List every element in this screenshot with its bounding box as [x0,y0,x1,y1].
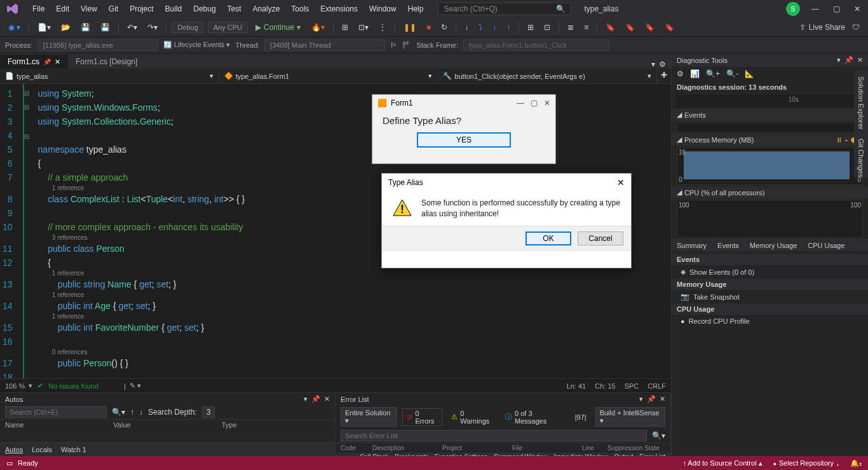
pin-icon[interactable]: 📌 [844,56,853,64]
bookmark-icon[interactable]: 🔖 [661,22,677,33]
yes-button[interactable]: YES [417,132,511,148]
col-file[interactable]: File [512,445,582,452]
minimize-icon[interactable]: — [809,4,822,13]
stop-button[interactable]: ■ [423,22,434,33]
menu-view[interactable]: View [75,2,103,16]
gear-icon[interactable]: ⚙ [659,60,666,69]
restart-button[interactable]: ↻ [438,22,451,33]
process-dropdown[interactable]: [11956] type_alias.exe [37,39,158,51]
col-value[interactable]: Value [113,421,221,429]
undo-button[interactable]: ↶▾ [124,22,140,33]
nav-class[interactable]: 🔶type_alias.Form1▾ [219,69,438,83]
health-icon[interactable]: ✔ [37,382,43,390]
tab-form1cs[interactable]: Form1.cs 📌 ✕ [0,55,68,69]
cancel-button[interactable]: Cancel [578,232,623,245]
menu-file[interactable]: File [27,2,50,16]
scope-dropdown[interactable]: Entire Solution ▾ [341,407,397,427]
form1-titlebar[interactable]: 🟧 Form1 — ▢ ✕ [372,95,555,111]
cpu-chart[interactable]: 100 100 [677,200,863,238]
search-icon[interactable]: 🔍▾ [112,408,125,417]
tool-icon[interactable]: ⊡▾ [355,22,372,33]
tab-watch1[interactable]: Watch 1 [61,446,86,453]
close-icon[interactable]: ✕ [660,395,665,403]
save-button[interactable]: 💾 [78,22,93,33]
nav-namespace[interactable]: 📄type_alias▾ [0,69,219,83]
search-icon[interactable]: 🔍▾ [652,431,665,440]
fold-column[interactable]: ⊟ ⊟ ⊟ [23,84,33,378]
add-source-control[interactable]: ↑ Add to Source Control ▴ [682,459,762,467]
step-out-icon[interactable]: ↑ [503,22,513,33]
diag-tab-events[interactable]: Events [712,240,745,251]
zoom-in-icon[interactable]: 🔍+ [706,69,720,78]
select-repo[interactable]: ⬥ Select Repository ▴ [773,459,840,467]
tab-form1-design[interactable]: Form1.cs [Design] [68,55,145,69]
global-search[interactable]: Search (Ctrl+Q) 🔍 [438,3,571,15]
flag-icon[interactable]: 🏴 [402,41,411,49]
menu-edit[interactable]: Edit [50,2,75,16]
diag-tab-summary[interactable]: Summary [672,240,712,251]
saveall-button[interactable]: 💾 [97,22,113,33]
close-icon[interactable]: ✕ [55,58,60,66]
chevron-down-icon[interactable]: ▾ [651,60,655,69]
code-filter[interactable]: |97| [571,413,590,422]
select-tools-icon[interactable]: 📊 [690,69,700,78]
stackframe-dropdown[interactable]: type_alias.Form1.button1_Click [463,39,609,51]
tool-icon[interactable]: ⋮ [376,22,390,33]
nav-method[interactable]: 🔧button1_Click(object sender, EventArgs … [438,69,657,83]
close-icon[interactable]: ✕ [617,177,625,188]
col-supp[interactable]: Suppression State [607,445,660,452]
tab-autos[interactable]: Autos [5,446,23,453]
nav-down-icon[interactable]: ↓ [139,408,143,417]
back-button[interactable]: ◉ ▾ [5,22,24,33]
errors-filter[interactable]: ⊘0 Errors [402,408,442,426]
maximize-icon[interactable]: ▢ [531,99,538,107]
show-events-link[interactable]: ◈Show Events (0 of 0) [672,265,868,279]
split-icon[interactable]: ✚ [657,69,671,83]
avatar[interactable]: S [786,2,800,16]
tool-icon[interactable]: ⊞ [524,22,537,33]
reset-icon[interactable]: 📐 [745,69,754,78]
bookmark-icon[interactable]: 🔖 [642,22,658,33]
menu-window[interactable]: Window [363,2,402,16]
hot-reload-icon[interactable]: 🔥▾ [308,22,328,33]
menu-test[interactable]: Test [222,2,247,16]
chevron-down-icon[interactable]: ▾ [639,395,643,403]
col-line[interactable]: Line [582,445,607,452]
errorlist-search[interactable] [341,430,647,441]
maximize-icon[interactable]: ▢ [831,4,843,13]
cpu-header[interactable]: ◢ CPU (% of all processors) [672,186,868,198]
menu-analyze[interactable]: Analyze [247,2,286,16]
col-project[interactable]: Project [442,445,512,452]
col-code[interactable]: Code [341,445,372,452]
build-filter-dropdown[interactable]: Build + IntelliSense ▾ [595,407,665,427]
close-icon[interactable]: ✕ [851,4,863,13]
new-button[interactable]: 📄▾ [34,22,54,33]
liveshare-button[interactable]: ⇪ Live Share [799,23,845,32]
record-cpu-link[interactable]: ●Record CPU Profile [672,315,868,328]
minimize-icon[interactable]: — [517,99,524,107]
tool-icon[interactable]: ⊞ [339,22,351,33]
memory-chart[interactable]: 16 0 16 0 [677,147,863,185]
menu-git[interactable]: Git [103,2,124,16]
zoom-icon[interactable]: ▾ [29,382,32,390]
nav-up-icon[interactable]: ↑ [130,408,134,417]
col-name[interactable]: Name [5,421,113,429]
platform-dropdown[interactable]: Any CPU [208,22,248,33]
redo-button[interactable]: ↷▾ [144,22,161,33]
thread-dropdown[interactable]: [3408] Main Thread [264,39,385,51]
depth-dropdown[interactable]: 3 [202,406,215,418]
messages-filter[interactable]: ⓘ0 of 3 Messages [501,409,566,425]
take-snapshot-link[interactable]: 📷Take Snapshot [672,290,868,303]
diag-tab-cpu[interactable]: CPU Usage [803,240,850,251]
diag-tab-memory[interactable]: Memory Usage [745,240,803,251]
config-dropdown[interactable]: Debug [172,22,203,33]
admin-icon[interactable]: 🛡 [849,22,863,33]
tool-icon[interactable]: ≣ [564,22,577,33]
line-ending[interactable]: CRLF [648,382,666,390]
chevron-down-icon[interactable]: ▾ [837,56,841,64]
pencil-icon[interactable]: ✎ ▾ [130,382,141,390]
bell-icon[interactable]: 🔔₂ [850,459,862,467]
menu-debug[interactable]: Debug [187,2,221,16]
vtab-solution-explorer[interactable]: Solution Explorer [857,76,865,130]
bookmark-icon[interactable]: 🔖 [622,22,638,33]
